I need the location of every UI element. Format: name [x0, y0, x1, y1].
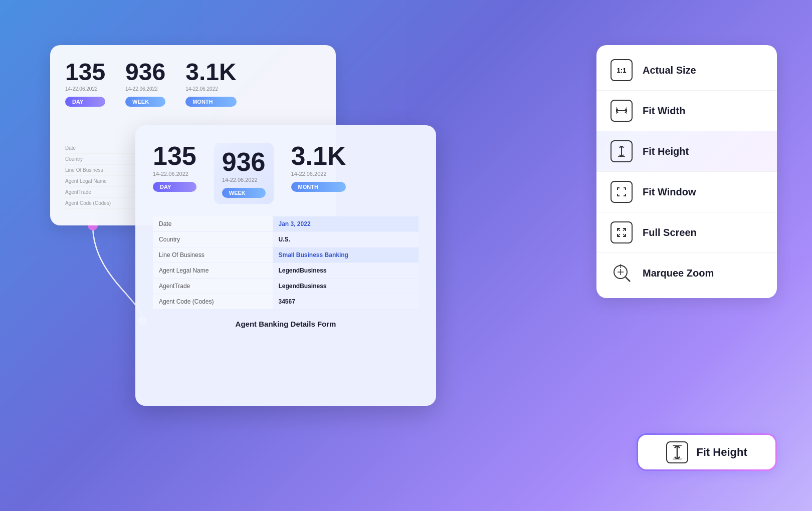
zoom-option-fit-window[interactable]: Fit Window: [596, 172, 777, 212]
front-stat-month-badge: MONTH: [291, 182, 346, 192]
zoom-option-fit-width[interactable]: Fit Width: [596, 91, 777, 131]
full-screen-icon: [611, 221, 633, 243]
fit-width-label: Fit Width: [643, 105, 685, 117]
zoom-panel: 1:1 Actual Size Fit Width Fit He: [596, 45, 777, 298]
zoom-option-marquee-zoom[interactable]: Marquee Zoom: [596, 253, 777, 293]
front-stat-day-badge: DAY: [153, 182, 196, 192]
front-stat-month-number: 3.1K: [291, 143, 346, 169]
fit-window-icon: [611, 181, 633, 203]
front-card-table: Date Jan 3, 2022 Country U.S. Line Of Bu…: [153, 216, 419, 310]
back-stat-week-badge: WEEK: [125, 97, 165, 107]
svg-point-16: [620, 265, 622, 266]
table-row: Date Jan 3, 2022: [153, 216, 419, 232]
front-stat-week-number: 936: [222, 149, 266, 175]
table-cell-label: Agent Code (Codes): [153, 294, 273, 310]
marquee-zoom-label: Marquee Zoom: [643, 268, 714, 279]
back-stat-month: 3.1K 14-22.06.2022 MONTH: [185, 60, 236, 107]
back-card-chart: [231, 60, 321, 120]
marquee-zoom-icon: [611, 262, 633, 284]
front-stat-month-date: 14-22.06.2022: [291, 171, 346, 177]
table-cell-value: LegendBusiness: [273, 263, 419, 279]
fit-height-icon: [611, 140, 633, 162]
front-stat-day: 135 14-22.06.2022 DAY: [153, 143, 196, 192]
fit-height-label: Fit Height: [643, 146, 689, 157]
table-row: Line Of Business Small Business Banking: [153, 247, 419, 263]
table-row: Agent Code (Codes) 34567: [153, 294, 419, 310]
front-stat-week-badge: WEEK: [222, 188, 266, 198]
svg-line-13: [626, 277, 630, 282]
table-cell-label: AgentTrade: [153, 279, 273, 294]
front-stat-day-number: 135: [153, 143, 196, 169]
back-stat-week-number: 936: [125, 60, 165, 84]
actual-size-label: Actual Size: [643, 65, 696, 76]
front-card-chart: [153, 333, 419, 383]
fit-width-icon: [611, 100, 633, 122]
table-cell-label: Line Of Business: [153, 247, 273, 263]
table-cell-value: Jan 3, 2022: [273, 216, 419, 232]
back-stat-week-date: 14-22.06.2022: [125, 86, 165, 92]
back-stat-day: 135 14-22.06.2022 DAY: [65, 60, 105, 107]
table-cell-value: LegendBusiness: [273, 279, 419, 294]
front-stat-week: 936 14-22.06.2022 WEEK: [214, 143, 274, 204]
table-row: Country U.S.: [153, 232, 419, 247]
table-cell-label: Agent Legal Name: [153, 263, 273, 279]
front-stat-day-date: 14-22.06.2022: [153, 171, 196, 177]
zoom-option-actual-size[interactable]: 1:1 Actual Size: [596, 50, 777, 91]
table-cell-label: Country: [153, 232, 273, 247]
fit-height-button[interactable]: Fit Height: [637, 433, 777, 471]
back-stat-month-date: 14-22.06.2022: [185, 86, 236, 92]
fit-height-button-label: Fit Height: [696, 446, 747, 459]
table-row: Agent Legal Name LegendBusiness: [153, 263, 419, 279]
table-cell-value: U.S.: [273, 232, 419, 247]
zoom-option-fit-height[interactable]: Fit Height: [596, 131, 777, 172]
actual-size-icon: 1:1: [611, 59, 633, 81]
front-stat-month: 3.1K 14-22.06.2022 MONTH: [291, 143, 346, 192]
full-screen-label: Full Screen: [643, 227, 697, 238]
table-cell-label: Date: [153, 216, 273, 232]
agent-chart-title: Agent Banking Details Form: [153, 320, 419, 328]
front-card: 135 14-22.06.2022 DAY 936 14-22.06.2022 …: [135, 125, 436, 406]
table-cell-value: Small Business Banking: [273, 247, 419, 263]
back-stat-week: 936 14-22.06.2022 WEEK: [125, 60, 165, 107]
fit-height-button-icon: [666, 441, 688, 463]
back-stat-day-date: 14-22.06.2022: [65, 86, 105, 92]
front-card-stats: 135 14-22.06.2022 DAY 936 14-22.06.2022 …: [153, 143, 419, 204]
back-stat-month-number: 3.1K: [185, 60, 236, 84]
back-stat-day-number: 135: [65, 60, 105, 84]
fit-window-label: Fit Window: [643, 186, 696, 198]
zoom-option-full-screen[interactable]: Full Screen: [596, 212, 777, 253]
table-row: AgentTrade LegendBusiness: [153, 279, 419, 294]
back-stat-day-badge: DAY: [65, 97, 105, 107]
table-cell-value: 34567: [273, 294, 419, 310]
back-stat-month-badge: MONTH: [185, 97, 236, 107]
front-stat-week-date: 14-22.06.2022: [222, 177, 266, 183]
